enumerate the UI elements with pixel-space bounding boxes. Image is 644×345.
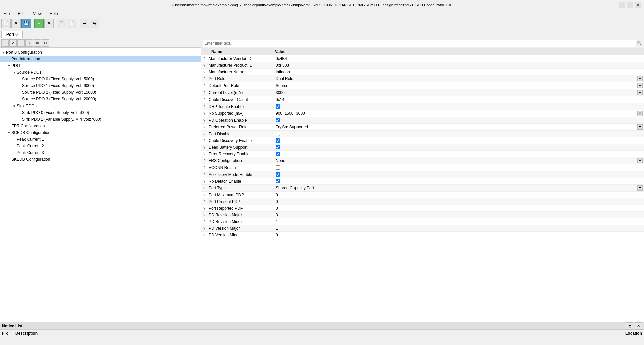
row-help-icon[interactable]: ? [201,57,207,61]
row-help-icon[interactable]: ? [201,179,207,183]
tb-undo[interactable]: ↩ [80,19,89,28]
row-value[interactable] [274,151,644,157]
lt-expand[interactable]: ⊞ [34,39,41,47]
row-value[interactable] [274,138,644,143]
row-dropdown[interactable]: Try.Src Supported ▼ [276,124,643,130]
tree-item[interactable]: ▼SCEDB Configuration [0,129,201,136]
row-checkbox[interactable] [276,138,280,143]
dropdown-arrow[interactable]: ▼ [637,90,643,95]
row-help-icon[interactable]: ? [201,206,207,210]
dropdown-arrow[interactable]: ▼ [637,76,643,81]
dropdown-arrow[interactable]: ▼ [637,185,643,191]
row-help-icon[interactable]: ? [201,98,207,102]
row-value[interactable]: Dual Role ▼ [274,75,644,82]
menu-file[interactable]: File [1,11,12,17]
row-help-icon[interactable]: ? [201,118,207,122]
tree-item[interactable]: Source PDO 2 (Fixed Supply, Volt:15000) [0,89,201,96]
tree-item[interactable]: EPR Configuration [0,123,201,129]
tree-item[interactable]: Sink PDO 0 (Fixed Supply, Volt:5000) [0,109,201,116]
tree-toggle[interactable]: ▼ [7,131,11,135]
row-help-icon[interactable]: ? [201,213,207,217]
row-checkbox[interactable] [276,172,280,177]
tb-delete[interactable]: ✕ [44,19,54,28]
row-dropdown[interactable]: Dual Role ▼ [276,76,643,81]
row-help-icon[interactable]: ? [201,91,207,95]
row-help-icon[interactable]: ? [201,105,207,109]
tree-toggle[interactable]: ▼ [12,71,17,74]
tree-item[interactable]: Source PDO 1 (Fixed Supply, Volt:9000) [0,82,201,89]
menu-help[interactable]: Help [48,11,60,17]
row-help-icon[interactable]: ? [201,166,207,170]
tb-save[interactable]: 💾 [21,19,31,28]
row-value[interactable]: Source ▼ [274,82,644,89]
row-help-icon[interactable]: ? [201,63,207,67]
row-help-icon[interactable]: ? [201,125,207,129]
tree-item[interactable]: ▼PDO [0,62,201,69]
lt-add[interactable]: + [1,39,9,47]
tree-item[interactable]: ▼Sink PDOs [0,102,201,109]
row-help-icon[interactable]: ? [201,77,207,81]
menu-edit[interactable]: Edit [16,11,27,17]
row-help-icon[interactable]: ? [201,139,207,143]
row-value[interactable] [274,131,644,137]
row-dropdown[interactable]: Source ▼ [276,83,643,88]
row-value[interactable]: 3000 ▼ [274,89,644,96]
row-value[interactable] [274,171,644,177]
tree-toggle[interactable]: ▼ [1,51,6,54]
tb-add[interactable]: + [34,19,44,28]
row-help-icon[interactable]: ? [201,200,207,204]
row-value[interactable]: Try.Src Supported ▼ [274,124,644,130]
tree-item[interactable]: ▼Port 0 Configuration [0,49,201,56]
tb-copy[interactable]: 📋 [57,19,66,28]
tree-item[interactable]: ▼Source PDOs [0,69,201,76]
notice-restore[interactable]: ⬒ [626,322,633,330]
row-value[interactable]: Shared Capacity Port ▼ [274,185,644,191]
lt-up[interactable]: ↑ [17,39,25,47]
close-button[interactable]: ✕ [635,2,641,8]
row-help-icon[interactable]: ? [201,159,207,163]
tb-new[interactable]: 📄 [1,19,11,28]
row-checkbox[interactable] [276,152,280,156]
row-dropdown[interactable]: None ▼ [276,158,643,163]
tree-item[interactable]: Port Information [0,56,201,62]
row-help-icon[interactable]: ? [201,111,207,115]
row-help-icon[interactable]: ? [201,226,207,230]
row-checkbox[interactable] [276,132,280,136]
lt-collapse[interactable]: ⊟ [42,39,49,47]
row-help-icon[interactable]: ? [201,84,207,88]
row-help-icon[interactable]: ? [201,220,207,224]
row-help-icon[interactable]: ? [201,172,207,177]
minimize-button[interactable]: ─ [619,2,625,8]
row-value[interactable]: 900, 1500, 3000 ▼ [274,110,644,117]
row-value[interactable]: None ▼ [274,157,644,164]
row-checkbox[interactable] [276,179,280,183]
filter-input[interactable] [203,40,636,47]
tree-item[interactable]: Peak Current 2 [0,143,201,149]
restore-button[interactable]: □ [627,2,633,8]
row-value[interactable] [274,104,644,109]
row-dropdown[interactable]: Shared Capacity Port ▼ [276,185,643,191]
tree-toggle[interactable]: ▼ [12,104,17,108]
row-value[interactable] [274,144,644,150]
row-value[interactable] [274,117,644,123]
menu-view[interactable]: View [31,11,44,17]
notice-close[interactable]: ✕ [635,322,642,330]
tree-item[interactable]: Sink PDO 1 (Variable Supply, Min Volt:70… [0,116,201,123]
row-help-icon[interactable]: ? [201,186,207,190]
row-checkbox[interactable] [276,104,280,109]
tb-redo[interactable]: ↪ [90,19,99,28]
tree-item[interactable]: Source PDO 3 (Fixed Supply, Volt:20000) [0,96,201,102]
lt-down[interactable]: ↓ [25,39,33,47]
row-help-icon[interactable]: ? [201,132,207,136]
dropdown-arrow[interactable]: ▼ [637,111,643,116]
tab-port0[interactable]: Port 0 [1,31,23,38]
dropdown-arrow[interactable]: ▼ [637,124,643,130]
row-dropdown[interactable]: 3000 ▼ [276,90,643,95]
row-help-icon[interactable]: ? [201,193,207,197]
tb-paste[interactable]: 📄 [67,19,76,28]
row-checkbox[interactable] [276,145,280,149]
row-help-icon[interactable]: ? [201,70,207,74]
row-help-icon[interactable]: ? [201,152,207,156]
tree-item[interactable]: SKEDB Configuration [0,156,201,163]
tree-item[interactable]: Peak Current 3 [0,149,201,156]
